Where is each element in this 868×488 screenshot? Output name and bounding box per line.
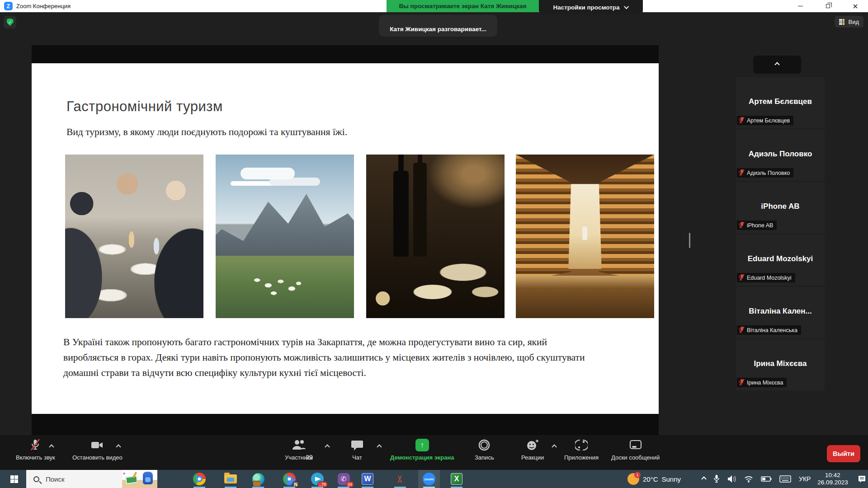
taskbar-chrome-icon[interactable] xyxy=(192,472,207,486)
window-title: Zoom Конференция xyxy=(16,3,71,9)
security-shield-button[interactable]: ✓ xyxy=(4,16,16,28)
view-layout-button[interactable]: Вид xyxy=(835,16,863,28)
participant-name: Віталіна Кален... xyxy=(736,307,825,316)
participant-tile[interactable]: Eduard Mozolskyi Eduard Mozolskyi xyxy=(736,235,825,286)
wifi-icon[interactable] xyxy=(744,475,753,483)
unmute-button[interactable]: Включить звук xyxy=(16,439,55,461)
minimize-icon xyxy=(798,6,803,7)
weather-temperature: 20°C xyxy=(643,475,658,483)
view-settings-button[interactable]: Настройки просмотра xyxy=(539,0,643,14)
touch-keyboard-icon[interactable] xyxy=(779,475,791,483)
zoom-control-bar: Включить звук Остановить видео Участники… xyxy=(0,435,868,470)
participant-tile[interactable]: iPhone AB iPhone AB xyxy=(736,182,825,233)
presentation-slide: Гастрономічний туризм Вид туризму, в яко… xyxy=(32,63,659,414)
taskbar-file-explorer-icon[interactable] xyxy=(223,472,238,486)
minimize-button[interactable] xyxy=(790,0,811,12)
paper-plane-icon xyxy=(315,477,321,481)
taskbar-snip-icon[interactable]: ✂ xyxy=(392,472,408,486)
slide-photo-dinner-table xyxy=(65,155,203,318)
mic-muted-icon xyxy=(739,274,745,281)
participants-icon xyxy=(292,439,306,451)
cheese-shelves-right xyxy=(599,155,654,282)
slide-subtitle: Вид туризму, в якому люди поєднують подо… xyxy=(66,127,347,138)
panel-scrollbar[interactable] xyxy=(689,233,690,248)
share-screen-label: Демонстрация экрана xyxy=(390,454,454,461)
participants-button[interactable]: Участники 29 xyxy=(285,439,313,471)
window-titlebar: Z Zoom Конференция Вы просматриваете экр… xyxy=(0,0,868,12)
participants-chevron[interactable] xyxy=(325,444,330,449)
edge-icon xyxy=(252,473,264,485)
taskbar-excel-icon[interactable]: X xyxy=(449,472,464,486)
taskbar-telegram-icon[interactable]: ..78 xyxy=(310,472,325,486)
participants-count: 29 xyxy=(306,454,313,461)
taskbar-chrome-profile-icon[interactable]: N xyxy=(282,472,297,486)
chat-chevron[interactable] xyxy=(377,444,382,449)
mic-muted-icon xyxy=(739,327,745,333)
participant-label-text: Віталіна Каленська xyxy=(747,327,797,333)
participant-tile[interactable]: Віталіна Кален... Віталіна Каленська xyxy=(736,287,825,338)
tray-expand-chevron[interactable] xyxy=(701,476,706,481)
person-figure xyxy=(582,226,587,240)
notification-icon xyxy=(858,475,866,483)
weather-alert-badge: 1 xyxy=(634,472,641,478)
mic-muted-icon xyxy=(739,117,745,124)
system-tray: УКР xyxy=(702,470,811,488)
slide-photo-mountain-landscape xyxy=(216,155,354,318)
participant-tile[interactable]: Ірина Міхєєва Ірина Міхєєва xyxy=(736,339,825,390)
taskbar-zoom-icon[interactable]: zoom xyxy=(421,472,437,486)
participant-name: Ірина Міхєєва xyxy=(736,359,825,368)
participant-tile[interactable]: Артем Бєлєвцев Артем Бєлєвцев xyxy=(736,77,825,128)
reactions-chevron[interactable] xyxy=(552,444,557,449)
whiteboards-label: Доски сообщений xyxy=(611,454,660,461)
slide-photo-cheese-cellar xyxy=(516,155,654,318)
taskbar-clock[interactable]: 10:42 26.09.2023 xyxy=(812,470,853,488)
search-icon xyxy=(33,476,39,482)
record-icon xyxy=(478,439,491,451)
language-indicator[interactable]: УКР xyxy=(799,475,811,483)
cellar-floor xyxy=(516,276,654,318)
reactions-button[interactable]: Реакции xyxy=(521,439,544,461)
work-briefcase-badge xyxy=(253,481,260,486)
leave-meeting-button[interactable]: Выйти xyxy=(827,445,860,462)
stop-video-button[interactable]: Остановить видео xyxy=(72,439,123,461)
participant-label-text: Ірина Міхєєва xyxy=(747,380,783,386)
sheep-flock xyxy=(216,253,354,318)
participant-name: iPhone AB xyxy=(736,202,825,211)
folder-icon xyxy=(224,474,237,483)
restore-button[interactable] xyxy=(817,0,838,12)
start-button[interactable] xyxy=(4,470,24,488)
notification-center-button[interactable] xyxy=(856,470,868,488)
up-arrow-icon: ↑ xyxy=(420,441,424,449)
participant-name: Eduard Mozolskyi xyxy=(736,254,825,263)
collapse-panel-button[interactable] xyxy=(753,56,801,74)
taskbar-word-icon[interactable]: W xyxy=(360,472,375,486)
participant-label-text: iPhone AB xyxy=(747,222,773,229)
excel-icon: X xyxy=(451,473,462,485)
chat-button[interactable]: Чат xyxy=(351,439,363,461)
whiteboards-button[interactable]: Доски сообщений xyxy=(611,439,660,461)
taskbar-search[interactable]: Поиск ✦ xyxy=(26,470,157,488)
mic-tray-icon[interactable] xyxy=(713,474,720,483)
scissors-icon: ✂ xyxy=(394,475,406,483)
taskbar-viber-icon[interactable]: ✆ 34 xyxy=(336,472,351,486)
taskbar-edge-icon[interactable] xyxy=(250,472,266,486)
meeting-content-area: ✓ Вид Катя Живицкая разговаривает... Гас… xyxy=(0,12,868,435)
mic-muted-icon xyxy=(29,439,41,451)
stop-video-label: Остановить видео xyxy=(72,454,123,461)
chat-label: Чат xyxy=(352,454,362,461)
speaker-icon[interactable] xyxy=(727,475,736,483)
participant-tile[interactable]: Адиэль Половко Адиэль Половко xyxy=(736,130,825,181)
apps-icon xyxy=(575,439,588,451)
record-button[interactable]: Запись xyxy=(475,439,494,461)
apps-button[interactable]: Приложения xyxy=(564,439,599,461)
chevron-down-icon xyxy=(623,4,628,9)
close-button[interactable]: × xyxy=(845,0,866,12)
windows-logo-icon xyxy=(10,475,18,483)
shield-check-icon: ✓ xyxy=(7,19,14,26)
battery-icon[interactable] xyxy=(761,476,772,482)
camera-icon xyxy=(90,439,104,451)
restore-icon xyxy=(826,4,830,8)
weather-widget[interactable]: 1 20°C Sunny xyxy=(627,470,681,488)
share-screen-button[interactable]: ↑ Демонстрация экрана xyxy=(390,439,454,461)
zoom-icon: zoom xyxy=(423,473,435,485)
